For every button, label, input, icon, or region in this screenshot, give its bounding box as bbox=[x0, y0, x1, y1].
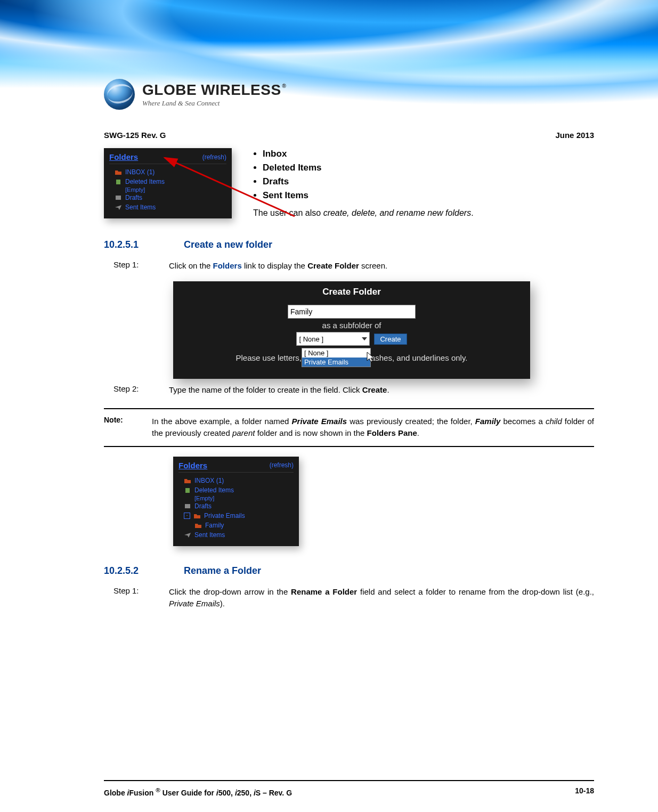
folder-icon bbox=[193, 513, 201, 519]
folder-icon bbox=[115, 169, 122, 175]
folders-pane-screenshot: Folders (refresh) INBOX (1) Deleted Item… bbox=[104, 148, 232, 218]
list-item: Deleted Items bbox=[263, 161, 474, 175]
doc-date: June 2013 bbox=[555, 131, 594, 140]
svg-marker-0 bbox=[115, 170, 121, 175]
dropdown-option[interactable]: [ None ] bbox=[302, 348, 370, 358]
step-1-create: Step 1: Click on the Folders link to dis… bbox=[113, 260, 594, 272]
svg-rect-1 bbox=[116, 180, 120, 184]
folders-pane-after: Folders (refresh) INBOX (1) Deleted Item… bbox=[173, 457, 299, 546]
folder-private-emails[interactable]: - Private Emails bbox=[178, 511, 294, 521]
svg-marker-5 bbox=[184, 479, 191, 483]
folder-sent[interactable]: Sent Items bbox=[109, 202, 226, 212]
section-heading-create: 10.2.5.1Create a new folder bbox=[104, 239, 594, 250]
folder-family[interactable]: Family bbox=[178, 521, 294, 530]
folder-inbox[interactable]: INBOX (1) bbox=[178, 476, 294, 485]
folder-bullet-list: Inbox Deleted Items Drafts Sent Items Th… bbox=[253, 147, 474, 220]
subfolder-label: as a subfolder of bbox=[322, 321, 381, 330]
svg-rect-2 bbox=[116, 196, 121, 200]
folder-drafts[interactable]: Drafts bbox=[178, 501, 294, 511]
list-item: Inbox bbox=[263, 147, 474, 161]
chevron-down-icon bbox=[362, 337, 367, 340]
folders-link[interactable]: Folders bbox=[178, 461, 207, 470]
folder-icon bbox=[184, 477, 191, 484]
user-note: The user can also create, delete, and re… bbox=[253, 207, 474, 220]
logo-tagline: Where Land & Sea Connect bbox=[142, 100, 286, 107]
brand-logo: GLOBE WIRELESS ® Where Land & Sea Connec… bbox=[104, 79, 286, 110]
trash-icon bbox=[184, 487, 191, 493]
note-block: Note: In the above example, a folder nam… bbox=[104, 408, 594, 447]
logo-title: GLOBE WIRELESS bbox=[142, 83, 281, 98]
registered-mark: ® bbox=[282, 84, 287, 89]
sent-icon bbox=[115, 204, 122, 210]
doc-header-bar: SWG-125 Rev. G June 2013 bbox=[104, 123, 594, 145]
svg-rect-6 bbox=[185, 488, 190, 493]
svg-marker-8 bbox=[194, 514, 200, 518]
folder-deleted[interactable]: Deleted Items bbox=[178, 485, 294, 495]
doc-id: SWG-125 Rev. G bbox=[104, 131, 166, 140]
list-item: Sent Items bbox=[263, 189, 474, 202]
globe-icon bbox=[104, 79, 135, 110]
draft-icon bbox=[184, 503, 191, 509]
folder-name-input[interactable] bbox=[288, 305, 416, 319]
collapse-icon[interactable]: - bbox=[184, 513, 190, 519]
svg-marker-3 bbox=[115, 205, 121, 210]
svg-marker-9 bbox=[195, 524, 201, 528]
folder-sent[interactable]: Sent Items bbox=[178, 530, 294, 540]
page-footer: Globe iFusion ® User Guide for i500, i25… bbox=[104, 780, 594, 797]
dropdown-option-selected[interactable]: Private Emails bbox=[302, 358, 370, 367]
refresh-link[interactable]: (refresh) bbox=[270, 461, 294, 469]
folder-drafts[interactable]: Drafts bbox=[109, 193, 226, 202]
folders-link[interactable]: Folders bbox=[109, 152, 138, 161]
refresh-link[interactable]: (refresh) bbox=[202, 153, 226, 161]
parent-folder-select[interactable]: [ None ] bbox=[296, 332, 370, 346]
step-1-rename: Step 1: Click the drop-down arrow in the… bbox=[113, 586, 594, 610]
step-2-create: Step 2: Type the name of the folder to c… bbox=[113, 384, 594, 396]
folder-deleted[interactable]: Deleted Items bbox=[109, 177, 226, 186]
list-item: Drafts bbox=[263, 175, 474, 189]
svg-marker-10 bbox=[184, 533, 191, 538]
create-button[interactable]: Create bbox=[374, 334, 407, 345]
header-banner: GLOBE WIRELESS ® Where Land & Sea Connec… bbox=[0, 0, 658, 123]
create-folder-dialog: Create Folder as a subfolder of [ None ]… bbox=[173, 281, 530, 379]
document-page: GLOBE WIRELESS ® Where Land & Sea Connec… bbox=[0, 0, 658, 812]
footer-left: Globe iFusion ® User Guide for i500, i25… bbox=[104, 786, 292, 797]
section-heading-rename: 10.2.5.2Rename a Folder bbox=[104, 565, 594, 576]
page-number: 10-18 bbox=[575, 786, 594, 797]
dialog-hint: Please use letters, [ None ] Private Ema… bbox=[173, 348, 530, 367]
dialog-title: Create Folder bbox=[173, 281, 530, 303]
parent-folder-dropdown[interactable]: [ None ] Private Emails bbox=[302, 348, 371, 367]
empty-link[interactable]: [Empty] bbox=[109, 186, 226, 193]
folder-icon bbox=[194, 522, 202, 529]
empty-link[interactable]: [Empty] bbox=[178, 495, 294, 501]
trash-icon bbox=[115, 178, 122, 185]
svg-rect-7 bbox=[185, 504, 190, 508]
sent-icon bbox=[184, 532, 191, 538]
draft-icon bbox=[115, 194, 122, 201]
folder-inbox[interactable]: INBOX (1) bbox=[109, 167, 226, 177]
cursor-icon bbox=[366, 351, 376, 363]
